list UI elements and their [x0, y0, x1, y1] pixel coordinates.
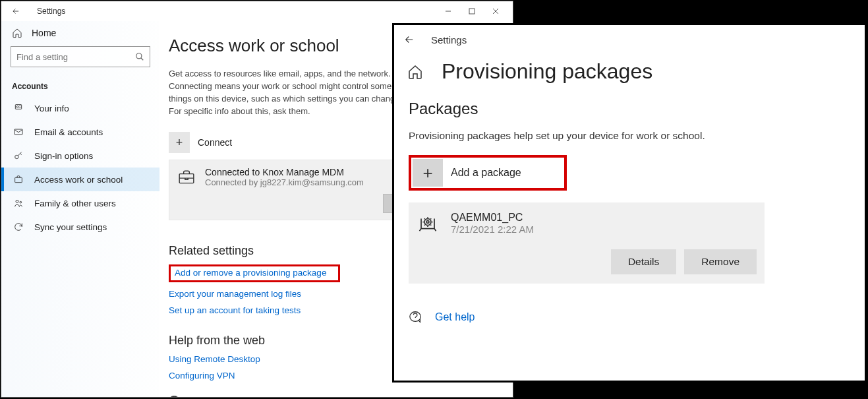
help-icon: [409, 310, 423, 324]
nav-label: Email & accounts: [34, 127, 103, 137]
nav-label: Sign-in options: [34, 151, 93, 161]
link-get-help[interactable]: Get help: [435, 311, 475, 323]
connection-subtitle: Connected by jg8227.kim@samsung.com: [205, 177, 364, 187]
back-button[interactable]: [7, 2, 25, 20]
package-card[interactable]: QAEMM01_PC 7/21/2021 2:22 AM Details Rem…: [409, 202, 765, 284]
sidebar: Home Accounts Your info Email & account: [1, 21, 159, 397]
page-title: Provisioning packages: [442, 59, 652, 84]
help-icon: [169, 395, 181, 397]
home-nav[interactable]: Home: [1, 21, 159, 45]
search-box[interactable]: [11, 46, 150, 67]
family-icon: [13, 198, 25, 208]
link-provisioning-package[interactable]: Add or remove a provisioning package: [175, 268, 334, 278]
package-icon: [418, 214, 440, 233]
svg-rect-1: [469, 9, 475, 14]
connection-title: Connected to Knox Manage MDM: [205, 167, 364, 177]
mail-icon: [13, 127, 25, 137]
svg-line-5: [141, 58, 144, 61]
highlight-box: Add or remove a provisioning package: [169, 264, 340, 282]
svg-point-11: [15, 155, 18, 158]
briefcase-icon: [176, 168, 197, 187]
person-icon: [13, 103, 25, 113]
nav-email-accounts[interactable]: Email & accounts: [1, 120, 159, 144]
svg-point-17: [424, 218, 431, 225]
maximize-button[interactable]: [460, 2, 484, 20]
nav-sync-settings[interactable]: Sync your settings: [1, 215, 159, 239]
package-name: QAEMM01_PC: [451, 212, 534, 224]
nav-family-users[interactable]: Family & other users: [1, 191, 159, 215]
svg-rect-12: [15, 177, 22, 182]
highlight-box: + Add a package: [409, 155, 567, 191]
nav-access-work-school[interactable]: Access work or school: [1, 168, 159, 191]
window-title: Settings: [431, 34, 467, 46]
search-input[interactable]: [16, 52, 135, 62]
window-title: Settings: [37, 7, 65, 16]
settings-window-provisioning: Settings Provisioning packages Packages …: [392, 23, 867, 383]
nav-your-info[interactable]: Your info: [1, 96, 159, 120]
svg-point-7: [16, 106, 18, 108]
plus-icon: +: [413, 159, 443, 187]
add-package-label: Add a package: [451, 167, 521, 179]
nav-label: Your info: [34, 104, 69, 113]
link-get-help[interactable]: Get help: [190, 396, 223, 397]
svg-point-14: [20, 201, 22, 203]
add-package-button[interactable]: + Add a package: [413, 159, 563, 187]
packages-description: Provisioning packages help set up your d…: [394, 130, 865, 155]
titlebar: Settings: [1, 1, 513, 21]
nav-label: Sync your settings: [34, 222, 107, 232]
page-description: Get access to resources like email, apps…: [169, 68, 406, 117]
minimize-button[interactable]: [436, 2, 460, 20]
home-label: Home: [32, 28, 56, 38]
svg-point-13: [16, 200, 18, 202]
titlebar: Settings: [394, 25, 865, 54]
nav-label: Access work or school: [34, 175, 123, 185]
key-icon: [13, 150, 25, 161]
nav-signin-options[interactable]: Sign-in options: [1, 144, 159, 168]
home-icon[interactable]: [407, 64, 423, 80]
package-date: 7/21/2021 2:22 AM: [451, 224, 534, 235]
nav-label: Family & other users: [34, 199, 116, 208]
back-button[interactable]: [403, 34, 415, 46]
close-button[interactable]: [484, 2, 507, 20]
svg-point-18: [426, 220, 429, 223]
details-button[interactable]: Details: [611, 249, 676, 274]
connect-label: Connect: [198, 137, 232, 148]
remove-button[interactable]: Remove: [684, 249, 757, 274]
briefcase-icon: [13, 174, 25, 185]
category-label: Accounts: [1, 77, 159, 96]
search-icon: [135, 52, 144, 61]
svg-rect-10: [14, 129, 22, 135]
sync-icon: [13, 222, 25, 232]
packages-heading: Packages: [394, 100, 865, 130]
plus-icon: +: [169, 132, 190, 153]
home-icon: [12, 28, 22, 38]
svg-point-4: [136, 53, 142, 59]
